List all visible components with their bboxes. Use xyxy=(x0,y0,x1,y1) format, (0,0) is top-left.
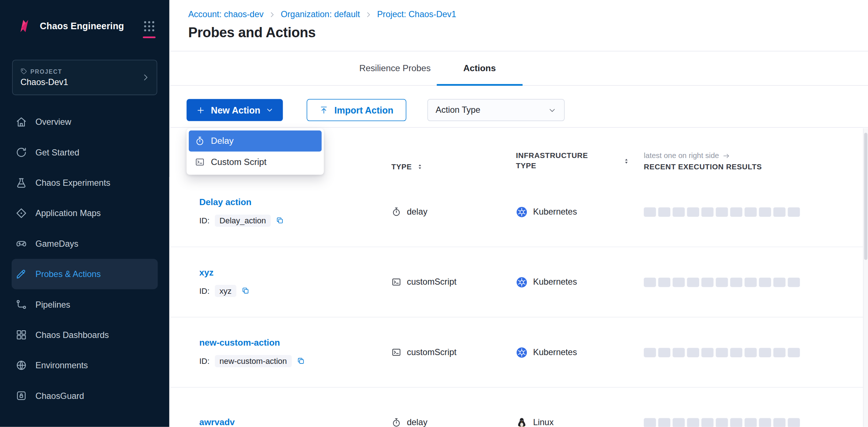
tab-resilience-probes[interactable]: Resilience Probes xyxy=(359,51,430,85)
sidebar-item-probes-actions[interactable]: Probes & Actions xyxy=(12,259,158,289)
execution-result-placeholder xyxy=(687,207,699,216)
infrastructure-value: Linux xyxy=(533,418,553,427)
new-action-button[interactable]: New Action xyxy=(187,99,283,121)
scrollbar[interactable] xyxy=(863,128,868,427)
id-label: ID: xyxy=(199,357,210,365)
sidebar-item-label: Pipelines xyxy=(35,300,70,309)
sidebar-item-label: Get Started xyxy=(35,147,79,157)
scrollbar-thumb[interactable] xyxy=(864,133,867,260)
execution-result-placeholder xyxy=(644,418,656,427)
sidebar-item-label: Probes & Actions xyxy=(35,269,101,279)
sidebar-item-get-started[interactable]: Get Started xyxy=(0,137,170,168)
screenshot-root: Chaos Engineering PROJECT Chaos-Dev1 Ove… xyxy=(0,0,868,427)
breadcrumb-link[interactable]: Account: chaos-dev xyxy=(188,9,263,19)
execution-result-placeholder xyxy=(673,347,685,357)
gamepad-icon xyxy=(15,238,27,250)
column-header-recent-execution-results: RECENT EXECUTION RESULTS xyxy=(644,163,762,171)
sidebar-item-gamedays[interactable]: GameDays xyxy=(0,228,170,259)
sidebar-item-chaosguard[interactable]: ChaosGuard xyxy=(0,381,170,411)
copy-icon[interactable] xyxy=(241,286,250,295)
copy-icon[interactable] xyxy=(276,216,284,224)
execution-result-placeholder xyxy=(788,347,800,357)
action-name-link[interactable]: awrvadv xyxy=(199,418,235,427)
execution-result-placeholder xyxy=(658,207,670,216)
execution-result-placeholder xyxy=(701,418,713,427)
project-selector[interactable]: PROJECT Chaos-Dev1 xyxy=(12,60,157,95)
action-id-chip: Delay_action xyxy=(214,214,271,226)
sidebar-item-label: Chaos Experiments xyxy=(35,178,110,188)
infrastructure-value: Kubernetes xyxy=(533,347,577,357)
sort-icon[interactable] xyxy=(622,157,631,165)
breadcrumb: Account: chaos-devOrganization: defaultP… xyxy=(188,9,456,19)
menu-item-custom-script[interactable]: Custom Script xyxy=(189,151,322,173)
sidebar-item-label: Overview xyxy=(35,117,71,127)
execution-result-placeholder xyxy=(673,277,685,287)
tab-bar: Resilience ProbesActions xyxy=(170,51,868,86)
app-title: Chaos Engineering xyxy=(40,21,124,31)
copy-icon[interactable] xyxy=(297,357,305,365)
execution-result-placeholder xyxy=(687,418,699,427)
app-window: Chaos Engineering PROJECT Chaos-Dev1 Ove… xyxy=(0,0,868,427)
flask-icon xyxy=(15,177,27,189)
sidebar-item-pipelines[interactable]: Pipelines xyxy=(0,289,170,320)
execution-result-placeholder xyxy=(701,277,713,287)
execution-result-placeholder xyxy=(745,418,757,427)
execution-result-placeholder xyxy=(773,207,785,216)
table-row: Delay actionID:Delay_actiondelayKubernet… xyxy=(170,177,868,247)
action-type-select[interactable]: Action Type xyxy=(427,99,565,121)
execution-result-placeholder xyxy=(716,347,728,357)
sidebar-item-application-maps[interactable]: Application Maps xyxy=(0,198,170,228)
execution-result-placeholder xyxy=(773,277,785,287)
execution-result-placeholder xyxy=(730,277,742,287)
script-icon xyxy=(391,347,401,357)
execution-result-placeholder xyxy=(788,277,800,287)
execution-result-placeholder xyxy=(716,207,728,216)
chevron-right-icon xyxy=(365,11,372,18)
apps-grid-icon[interactable] xyxy=(142,19,156,33)
id-label: ID: xyxy=(199,286,210,295)
results-hint: latest one on right side xyxy=(644,151,719,160)
sidebar-item-label: Chaos Dashboards xyxy=(35,330,109,340)
import-action-button[interactable]: Import Action xyxy=(307,99,406,121)
actions-table: Delay actionID:Delay_actiondelayKubernet… xyxy=(170,177,868,427)
menu-item-delay[interactable]: Delay xyxy=(189,131,322,152)
execution-result-placeholder xyxy=(701,347,713,357)
sort-icon[interactable] xyxy=(416,163,424,171)
chevron-down-icon xyxy=(548,106,556,114)
table-row: new-custom-actionID:new-custom-actioncus… xyxy=(170,318,868,388)
action-name-link[interactable]: Delay action xyxy=(199,197,252,207)
kubernetes-icon xyxy=(516,346,528,358)
environment-icon xyxy=(15,359,27,371)
sidebar-item-chaos-dashboards[interactable]: Chaos Dashboards xyxy=(0,320,170,350)
tag-icon xyxy=(20,68,27,74)
infrastructure-value: Kubernetes xyxy=(533,277,577,287)
chaos-engineering-logo-icon xyxy=(15,17,33,35)
stopwatch-icon xyxy=(391,207,401,217)
plus-icon xyxy=(196,105,205,115)
sidebar-item-environments[interactable]: Environments xyxy=(0,350,170,380)
sidebar-nav: OverviewGet StartedChaos ExperimentsAppl… xyxy=(0,107,170,411)
execution-result-placeholder xyxy=(730,347,742,357)
pipeline-icon xyxy=(15,299,27,310)
sidebar-item-label: Environments xyxy=(35,360,88,370)
sidebar-item-chaos-experiments[interactable]: Chaos Experiments xyxy=(0,168,170,198)
table-row: xyzID:xyzcustomScriptKubernetes xyxy=(170,247,868,317)
breadcrumb-link[interactable]: Project: Chaos-Dev1 xyxy=(377,9,456,19)
shield-icon xyxy=(15,390,27,401)
execution-result-placeholder xyxy=(644,347,656,357)
execution-result-placeholder xyxy=(716,277,728,287)
action-name-link[interactable]: xyz xyxy=(199,268,214,277)
breadcrumb-link[interactable]: Organization: default xyxy=(281,9,360,19)
tab-actions[interactable]: Actions xyxy=(463,51,496,85)
execution-result-placeholder xyxy=(759,277,771,287)
linux-icon xyxy=(516,417,528,427)
get-started-icon xyxy=(15,147,27,158)
execution-result-placeholder xyxy=(730,207,742,216)
execution-result-placeholder xyxy=(759,347,771,357)
kubernetes-icon xyxy=(516,206,528,218)
script-icon xyxy=(195,157,205,167)
sidebar: Chaos Engineering PROJECT Chaos-Dev1 Ove… xyxy=(0,0,170,427)
action-name-link[interactable]: new-custom-action xyxy=(199,338,280,347)
sidebar-item-overview[interactable]: Overview xyxy=(0,107,170,137)
stopwatch-icon xyxy=(391,418,401,427)
